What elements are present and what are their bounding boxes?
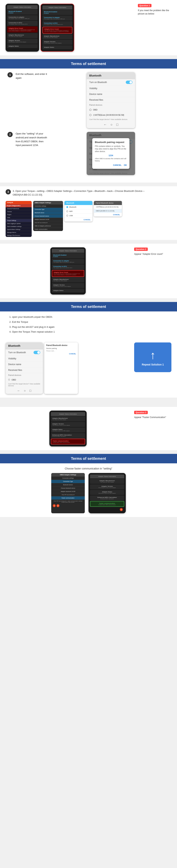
conn-opt-wifi[interactable]: WiFi <box>65 209 93 214</box>
conn-cancel-row: CANCEL <box>65 218 93 222</box>
bt-icon-obd: ⬡ <box>89 108 92 111</box>
phone-mock-1: Adapter Status Information Bluetooth Ena… <box>6 4 39 52</box>
repeat-solution-label: Repeat Solution 1 <box>142 363 164 366</box>
intro-section: Adapter Status Information Bluetooth Ena… <box>0 0 177 55</box>
menu-pids[interactable]: Manage PIDs/Sensors <box>6 234 32 237</box>
q3-status-title: Adapter Status Information <box>51 412 85 416</box>
repeat-bt-toggle-sw[interactable] <box>33 351 40 354</box>
menu-themes[interactable]: Themes <box>6 210 32 213</box>
menu-plugins[interactable]: Plugins <box>6 213 32 216</box>
step1-text: Exit the software, and enter it again <box>16 72 49 80</box>
radio-usb[interactable] <box>66 215 68 217</box>
menu-dash[interactable]: Dash installation settings <box>6 225 32 228</box>
q2-phone-mock: Adapter Status Information Bluetooth Ena… <box>50 247 86 294</box>
bt-toggle-row: Turn on Bluetooth <box>86 79 135 86</box>
terms3-subtitle: Choose faster communication in "setting" <box>9 467 168 470</box>
terms3-obd2-header: OBD2 Adapter Settings <box>51 473 85 476</box>
step2-phone-area: Bluetooth Turn on Bluetooth Visibility D… <box>52 132 170 175</box>
radio-bluetooth[interactable] <box>66 206 68 208</box>
torque-title: TORQUE <box>6 201 32 204</box>
bt-toggle-switch[interactable] <box>126 81 132 84</box>
q3-faster-comm: Faster communication Enable faster OBD c… <box>51 439 85 444</box>
step2-number: 2 <box>7 132 13 137</box>
pairing-cancel-btn[interactable]: CANCEL <box>113 164 122 166</box>
q2-error-count: Adapter Error Count This should stay at … <box>52 270 84 277</box>
adapter-status-title-2: Adapter Status Information <box>43 6 72 9</box>
menu-units[interactable]: Units <box>6 216 32 219</box>
repeat-pairing-cancel[interactable]: CANCEL <box>69 353 76 355</box>
pairing-request-dialog: Bluetooth pairing request PIN contains l… <box>92 138 129 168</box>
step2-text: Open the "setting" of your android,and s… <box>16 132 49 147</box>
notes-row-1: Adapter Notes <box>7 44 37 48</box>
obd2-settings-mock: OBD2 Adapter Settings Connection setting… <box>33 201 63 231</box>
adapter-status-title-1: Adapter Status Information <box>7 5 37 9</box>
menu-speech[interactable]: Speech/Alarm Settings <box>6 228 32 231</box>
terms3-section: Choose faster communication in "setting"… <box>0 463 177 517</box>
spacer-3 <box>0 240 177 244</box>
conn-cancel-btn[interactable]: CANCEL <box>84 219 91 221</box>
terms3-enhanced-mpg: Enhanced MPG Calculation Enhanced MPG ca… <box>90 495 124 500</box>
bt-device-opt-2[interactable]: OBDII [AA:BB:CC:11:22:33] <box>94 209 122 213</box>
bt-device-selection-dialog: Paired Bluetooth device 小米手机Euto [34:80:… <box>94 201 122 217</box>
menu-data-logging[interactable]: Data Logging & Upload <box>6 222 32 225</box>
bt-bottom-row: ← ○ □ <box>86 121 135 128</box>
step1-row: 1 Exit the software, and enter it again … <box>7 72 170 128</box>
obd2-le-adapter: OBD.LE Adapter preference <box>33 224 63 228</box>
spacer-1 <box>0 55 177 59</box>
pairing-ok-btn[interactable]: OK <box>124 164 127 166</box>
terms1-header: Terms of settlement <box>0 59 177 68</box>
question2-badge: Question 2 <box>134 248 148 251</box>
obd2-bt-device[interactable]: Bluetooth device <box>33 211 63 215</box>
terms3-obd2-btdev: Bluetooth device <box>51 483 85 487</box>
bt-device-cancel-row: CANCEL <box>94 213 122 217</box>
repeat-bt-phone: Bluetooth Turn on Bluetooth Visibility D… <box>6 342 43 394</box>
q2-text-area: Question 2 Appear "Adapter Error count" <box>134 247 171 256</box>
step2-row: 2 Open the "setting" of your android,and… <box>7 132 170 175</box>
terms3-obd2-mock: OBD2 Adapter Settings Connection setting… <box>51 473 85 513</box>
repeat-received: Received files <box>6 367 43 373</box>
q2-bt-enabled: Bluetooth Enabled Enabled <box>52 253 84 258</box>
bt-device-paired: ⬡ 小米手机Euto [34:80:B3:04:5E:58] <box>86 112 135 118</box>
menu-manage-alarms[interactable]: Manage Alarms <box>6 231 32 234</box>
pairing-overlay: Bluetooth pairing request PIN contains l… <box>86 132 135 175</box>
torque-app-mock: TORQUE Engine Diagnostics General Prefer… <box>6 201 32 237</box>
terms3-obd2-only-bt: Only if BT was already off <box>51 493 85 496</box>
bt-search-label: Can't find the target device? View avail… <box>86 118 135 121</box>
terms3-adapter-phone: Adapter Status Information Adapter Manuf… <box>88 473 126 513</box>
bt-received-row: Received files <box>86 97 135 103</box>
repeat-bt-toggle: Turn on Bluetooth <box>6 349 43 356</box>
bt-back-icon[interactable]: ← <box>103 123 107 127</box>
repeat-nav-row: ← ○ □ <box>6 388 43 394</box>
pairing-dialog-title: Bluetooth pairing request <box>95 141 127 144</box>
q3-phone-mock: Adapter Status Information Adapter Manuf… <box>49 411 86 446</box>
conn-opt-usb[interactable]: USB <box>65 214 93 218</box>
q2-conn-ecu: Connection to ECU The adapter talks to t… <box>52 265 84 270</box>
obd2-choose-bt[interactable]: Choose bluetooth device <box>33 215 63 218</box>
terms3-notes: Adapter Notes Information about the OBD … <box>90 490 124 495</box>
bt-icon-paired: ⬡ <box>89 114 92 117</box>
terms3-manufacturer: Adapter Manufacturer The make this OBD a… <box>90 479 124 484</box>
bt-enabled-row-1: Bluetooth Enabled Enabled <box>7 9 37 15</box>
conn-opt-bluetooth[interactable]: Bluetooth <box>65 205 93 209</box>
q2-manufacturer: Adapter Manufacturer The make this OBD a… <box>52 277 84 282</box>
terms3-obd2-faster[interactable]: Faster communication <box>51 496 85 500</box>
bt-home-icon[interactable]: ○ <box>110 123 112 127</box>
bt-device-cancel-btn[interactable]: CANCEL <box>113 214 120 216</box>
conn-adapter-row-1: Connection to adapter The adapter talks … <box>7 15 37 20</box>
radio-wifi[interactable] <box>66 210 68 212</box>
menu-general[interactable]: General Preferences <box>6 207 32 210</box>
terms2-step4: 4. Open the Torque.Then repeat solution … <box>9 330 168 334</box>
spacer-6 <box>0 403 177 407</box>
q3-manufacturer: Adapter Manufacturer The make this OBD a… <box>51 416 85 422</box>
menu-torque-settings[interactable]: Torque Settings <box>6 219 32 222</box>
repeat-visibility: Visibility <box>6 356 43 362</box>
conn-ecu-row-2: Connection to ECU The adapter talks to t… <box>43 21 72 26</box>
bt-device-obd: ⬡ OBD <box>86 107 135 112</box>
conn-adapter-row-2: Connection to adapter The adapter talks … <box>43 16 72 21</box>
bt-device-opt-1[interactable]: 小米手机Euto [34:80:B3:04:5E:58] <box>94 205 122 209</box>
bt-recent-icon[interactable]: □ <box>116 123 118 127</box>
spacer-8 <box>0 517 177 521</box>
terms3-obd2-conntype[interactable]: Connection Type <box>51 480 85 483</box>
bt-toggle-label: Turn on Bluetooth <box>89 81 107 84</box>
obd2-conn-type[interactable]: Connection Type <box>33 208 63 211</box>
